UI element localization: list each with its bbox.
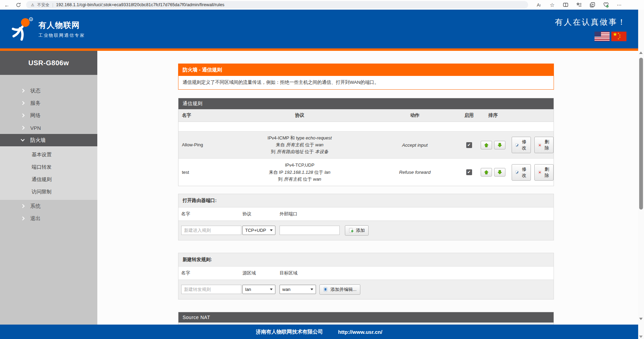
sidebar-item-access-restriction[interactable]: 访问限制 [0,185,97,198]
scrollbar-down-icon[interactable] [639,318,643,320]
move-up-button[interactable] [481,141,492,149]
move-down-button[interactable] [494,168,505,177]
sidebar-item-logout[interactable]: 退出 [0,212,97,225]
arrow-up-icon [484,143,489,147]
sidebar-item-status[interactable]: 状态 [0,84,97,97]
edit-icon [515,170,519,175]
move-up-button[interactable] [481,168,492,177]
delete-icon [538,170,542,175]
cn-flag-star: ★ [618,37,619,40]
enable-checkbox[interactable]: ✔ [466,142,472,148]
rule-protocol: IPv4-TCP,UDP 来自 IP 192.168.1.128 位于 lan … [228,162,371,182]
security-label[interactable]: 不安全 [37,2,50,8]
delete-icon [538,143,542,148]
delete-button[interactable]: 删除 [534,137,554,153]
company-link[interactable]: http://www.usr.cn/ [338,329,382,335]
open-ports-section: 打开路由器端口: 名字 协议 外部端口 TCP+UDP 添加 [178,194,554,240]
browser-action-icons: A) ☆ ⋯ [536,2,622,8]
table-row-test: test IPv4-TCP,UDP 来自 IP 192.168.1.128 位于… [178,159,554,185]
favorite-star-icon[interactable]: ☆ [549,2,555,8]
svg-text:R: R [30,18,32,21]
chevron-down-icon [21,137,24,141]
sidebar-item-network[interactable]: 网络 [0,109,97,122]
sidebar-item-system[interactable]: 系统 [0,200,97,212]
browser-toolbar: ← ⚠ 不安全 | 192.168.1.1/cgi-bin/luci/;stok… [0,0,644,10]
sidebar-item-basic-settings[interactable]: 基本设置 [0,148,97,161]
slogan: 有人在认真做事！ [555,17,626,27]
scrollbar-corner-down-icon[interactable] [639,336,643,338]
read-aloud-icon[interactable]: A) [536,2,542,8]
move-down-button[interactable] [494,141,505,149]
page-description: 通信规则定义了不同区域间的流量传送，例如：拒绝一些主机之间的通信、打开到WAN的… [178,76,554,89]
chevron-right-icon [21,126,24,129]
rule-name: test [182,169,189,176]
us-flag-icon[interactable] [594,32,610,41]
usr-logo: R [10,17,34,42]
back-icon[interactable]: ← [3,2,10,8]
sidebar-item-traffic-rules[interactable]: 通信规则 [0,173,97,185]
brand-title: 有人物联网 [39,20,85,31]
rule-action: Refuse forward [399,170,431,175]
refresh-icon[interactable] [15,2,21,8]
arrow-down-icon [498,143,502,147]
scrollbar-thumb[interactable] [639,58,643,210]
edit-button[interactable]: 修改 [512,137,531,153]
cn-flag-icon[interactable]: ★ ★ ★ ★ ★ [611,32,626,41]
forward-rule-header-row: 名字 源区域 目标区域 [178,267,554,280]
chevron-right-icon [21,101,24,105]
dest-zone-select[interactable]: wan [280,285,316,294]
page-footer: 济南有人物联网技术有限公司 http://www.usr.cn/ [0,325,638,339]
chevron-right-icon [21,216,24,220]
main-content: 防火墙 - 通信规则 通信规则定义了不同区域间的流量传送，例如：拒绝一些主机之间… [97,51,638,325]
add-icon [349,228,354,233]
sidebar-item-port-forwarding[interactable]: 端口转发 [0,161,97,173]
open-ports-title: 打开路由器端口: [178,194,554,207]
scrollbar[interactable] [638,10,644,339]
traffic-rules-section-title: 通信规则 [178,98,554,109]
page-window: R 有人物联网 工业物联网通信专家 有人在认真做事！ ★ ★ ★ ★ [0,10,644,339]
sidebar-item-services[interactable]: 服务 [0,97,97,109]
sidebar: USR-G806w 状态 服务 网络 VPN 防火墙 基本设置 端口转发 通信规… [0,51,97,325]
cn-flag-star: ★ [613,32,617,37]
enable-checkbox[interactable]: ✔ [466,169,472,175]
favorites-bar-icon[interactable] [576,2,582,8]
traffic-rules-table: 通信规则 名字 协议 动作 启用 排序 Allow-Ping IPv4-ICMP… [178,98,554,186]
chevron-right-icon [21,89,24,92]
rule-protocol: IPv4-ICMP 和 type echo-request 来自 所有主机 位于… [228,135,371,155]
chevron-right-icon [21,204,24,208]
delete-button[interactable]: 删除 [534,164,554,181]
forward-rule-title: 新建转发规则: [178,253,554,267]
add-edit-icon [323,287,328,292]
address-divider: | [52,2,53,7]
edit-button[interactable]: 修改 [512,164,531,181]
company-name: 济南有人物联网技术有限公司 [256,329,323,335]
select-caret-icon [270,289,273,290]
table-row-allow-ping: Allow-Ping IPv4-ICMP 和 type echo-request… [178,132,554,159]
settings-more-icon[interactable]: ⋯ [616,2,622,8]
new-forward-rule-name-input[interactable] [181,285,241,294]
page-title: 防火墙 - 通信规则 [178,64,554,76]
scrollbar-up-icon[interactable] [639,52,643,54]
site-header: R 有人物联网 工业物联网通信专家 有人在认真做事！ ★ ★ ★ ★ [0,10,638,51]
chevron-right-icon [21,113,24,117]
sidebar-item-firewall[interactable]: 防火墙 [0,134,97,146]
split-screen-icon[interactable] [563,2,569,8]
source-zone-select[interactable]: lan [242,285,275,294]
page-intro-panel: 防火墙 - 通信规则 通信规则定义了不同区域间的流量传送，例如：拒绝一些主机之间… [178,64,554,90]
source-nat-table: Source NAT 名字 协议 动作 启用 排序 [178,312,554,325]
add-port-rule-button[interactable]: 添加 [345,225,369,236]
source-nat-section-title: Source NAT [178,312,554,323]
sidebar-item-vpn[interactable]: VPN [0,122,97,134]
protocol-select[interactable]: TCP+UDP [242,226,275,235]
edit-icon [515,143,519,148]
new-incoming-rule-name-input[interactable] [181,226,241,235]
add-and-edit-button[interactable]: 添加并编辑... [319,284,360,295]
select-caret-icon [310,289,313,290]
url-text[interactable]: 192.168.1.1/cgi-bin/luci/;stok=eca93318f… [56,2,225,7]
brand-subtitle: 工业物联网通信专家 [39,33,85,38]
address-bar[interactable]: ⚠ 不安全 | 192.168.1.1/cgi-bin/luci/;stok=e… [26,1,528,9]
external-port-input[interactable] [280,226,340,235]
rule-name: Allow-Ping [182,142,203,148]
collections-icon[interactable] [589,2,596,8]
browser-essentials-icon[interactable] [603,2,609,8]
